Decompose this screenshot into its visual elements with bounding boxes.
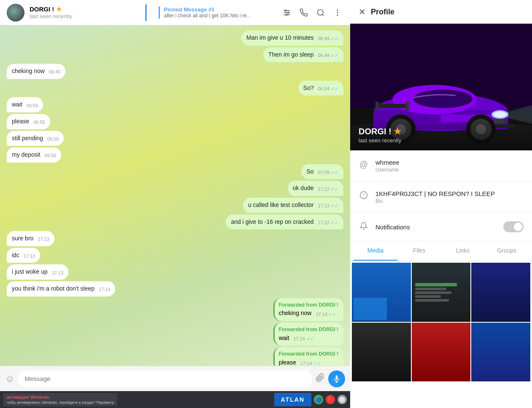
svg-point-4 xyxy=(288,12,289,13)
chat-body[interactable]: Man im give u 10 minutes 06:44 ✓✓ Then i… xyxy=(0,25,350,366)
profile-username-section: @ whmeee Username xyxy=(350,150,532,182)
emoji-button[interactable]: ☺ xyxy=(5,373,14,384)
taskbar-icon-2[interactable]: 🔴 xyxy=(326,395,335,404)
search-icon[interactable] xyxy=(315,7,327,19)
mic-button[interactable] xyxy=(328,370,345,387)
media-thumbnail[interactable] xyxy=(471,263,530,322)
message-bubble: you think i'm a robot don't sleep 17:13 xyxy=(7,281,115,296)
profile-bio-section: 1KHF4PR0J3CT | NO RESPON? I SLEEP Bio xyxy=(350,182,532,213)
message-row: u called like test collector 17:12 ✓✓ xyxy=(7,198,343,213)
svg-rect-23 xyxy=(406,102,409,110)
call-icon[interactable] xyxy=(298,7,310,19)
message-row: sure bro 17:13 xyxy=(7,231,343,246)
message-bubble: Then im go sleep 06:44 ✓✓ xyxy=(263,47,343,63)
media-grid xyxy=(350,261,532,383)
message-input[interactable] xyxy=(18,370,312,387)
tab-links[interactable]: Links xyxy=(441,241,485,261)
filter-icon[interactable] xyxy=(281,7,293,19)
message-row: Forwarded from DORGI ! wait 17:14 ✓✓ xyxy=(7,323,343,345)
message-bubble: Man im give u 10 minutes 06:44 ✓✓ xyxy=(241,30,343,46)
media-thumbnail[interactable] xyxy=(352,323,411,382)
message-row: wait 06:55 xyxy=(7,97,343,112)
message-bubble: wait 06:55 xyxy=(7,97,43,112)
message-row: idc 17:13 xyxy=(7,248,343,263)
svg-point-6 xyxy=(318,9,323,15)
profile-panel: ✕ Profile xyxy=(350,0,532,408)
svg-point-3 xyxy=(285,10,286,11)
message-bubble: So 07:09 ✓✓ xyxy=(301,164,343,180)
username-icon: @ xyxy=(359,160,369,169)
tab-files[interactable]: Files xyxy=(397,241,441,261)
close-profile-button[interactable]: ✕ xyxy=(359,7,366,17)
svg-point-31 xyxy=(494,112,506,117)
taskbar-icon-1[interactable]: 🔵 xyxy=(314,395,323,404)
message-bubble-forwarded: Forwarded from DORGI ! cheking now 17:14… xyxy=(273,298,343,321)
message-row: please 06:55 xyxy=(7,114,343,129)
message-bubble: ok dude 17:12 ✓✓ xyxy=(288,181,343,196)
svg-line-7 xyxy=(322,14,324,16)
svg-point-10 xyxy=(337,14,338,16)
svg-point-5 xyxy=(286,14,287,15)
message-bubble: still pending 06:55 xyxy=(7,131,64,146)
tab-groups[interactable]: Groups xyxy=(485,241,529,261)
profile-photo-overlay: DORGI ! ★ last seen recently xyxy=(350,120,532,150)
media-thumbnail[interactable] xyxy=(412,263,471,322)
svg-point-19 xyxy=(413,90,473,108)
notifications-icon xyxy=(359,222,369,232)
taskbar-icons: 🔵 🔴 ⚪ xyxy=(314,395,347,404)
message-row: and i give to -16 rep on cracked 17:12 ✓… xyxy=(7,215,343,230)
profile-photo-status: last seen recently xyxy=(359,137,524,144)
header-icons xyxy=(281,7,343,19)
message-row: you think i'm a robot don't sleep 17:13 xyxy=(7,281,343,296)
message-bubble: my deposit 06:55 xyxy=(7,147,61,163)
chat-panel: DORGI ! ★ last seen recently Pinned Mess… xyxy=(0,0,350,408)
message-row: i just woke up 17:13 xyxy=(7,264,343,280)
notifications-toggle[interactable] xyxy=(503,221,524,232)
message-bubble-forwarded: Forwarded from DORGI ! wait 17:14 ✓✓ xyxy=(273,323,343,345)
message-row: Forwarded from DORGI ! please 17:14 ✓✓ xyxy=(7,347,343,366)
message-row: ok dude 17:12 ✓✓ xyxy=(7,181,343,196)
taskbar: активация Windows чобы активировать Wind… xyxy=(0,391,350,408)
messages-container: Man im give u 10 minutes 06:44 ✓✓ Then i… xyxy=(7,30,343,366)
pinned-message[interactable]: Pinned Message #1 after i check all and … xyxy=(159,6,275,19)
tab-media[interactable]: Media xyxy=(354,241,397,261)
svg-point-9 xyxy=(337,12,338,13)
message-row: cheking now 06:45 xyxy=(7,64,343,79)
message-row: Forwarded from DORGI ! cheking now 17:14… xyxy=(7,298,343,321)
taskbar-icon-3[interactable]: ⚪ xyxy=(338,395,347,404)
message-row: still pending 06:55 xyxy=(7,131,343,146)
profile-photo: DORGI ! ★ last seen recently xyxy=(350,24,532,150)
bio-icon xyxy=(359,191,369,201)
profile-username-content: whmeee Username xyxy=(375,159,400,173)
avatar[interactable] xyxy=(7,4,24,22)
profile-bio-row: 1KHF4PR0J3CT | NO RESPON? I SLEEP Bio xyxy=(350,185,532,209)
attach-button[interactable] xyxy=(316,373,325,384)
profile-notifications-row: Notifications xyxy=(350,216,532,237)
profile-bio-content: 1KHF4PR0J3CT | NO RESPON? I SLEEP Bio xyxy=(375,190,495,204)
profile-bio-label: Bio xyxy=(375,198,495,204)
chat-header-info: DORGI ! ★ last seen recently xyxy=(30,5,140,19)
media-thumbnail[interactable] xyxy=(412,323,471,382)
contact-name: DORGI ! ★ xyxy=(30,5,140,13)
message-bubble: u called like test collector 17:12 ✓✓ xyxy=(243,198,343,213)
message-row: Man im give u 10 minutes 06:44 ✓✓ xyxy=(7,30,343,46)
profile-bio-value: 1KHF4PR0J3CT | NO RESPON? I SLEEP xyxy=(375,190,495,197)
media-thumbnail[interactable] xyxy=(352,263,411,322)
svg-point-8 xyxy=(337,9,338,11)
pinned-message-title: Pinned Message #1 xyxy=(164,6,275,13)
windows-activation-notice[interactable]: активация Windows чобы активировать Wind… xyxy=(3,393,117,406)
profile-photo-name: DORGI ! ★ xyxy=(359,126,524,136)
contact-status: last seen recently xyxy=(30,13,140,19)
chat-header: DORGI ! ★ last seen recently Pinned Mess… xyxy=(0,0,350,25)
more-icon[interactable] xyxy=(332,7,343,19)
atlan-brand: ATLAN xyxy=(274,393,311,406)
profile-notifications-section: Notifications xyxy=(350,213,532,241)
profile-tabs: Media Files Links Groups xyxy=(350,241,532,261)
message-bubble: idc 17:13 xyxy=(7,248,40,263)
message-bubble: and i give to -16 rep on cracked 17:12 ✓… xyxy=(226,215,343,230)
notifications-label: Notifications xyxy=(375,223,497,231)
message-bubble: please 06:55 xyxy=(7,114,50,129)
svg-rect-22 xyxy=(375,102,379,110)
media-thumbnail[interactable] xyxy=(471,323,530,382)
message-row: Then im go sleep 06:44 ✓✓ xyxy=(7,47,343,63)
